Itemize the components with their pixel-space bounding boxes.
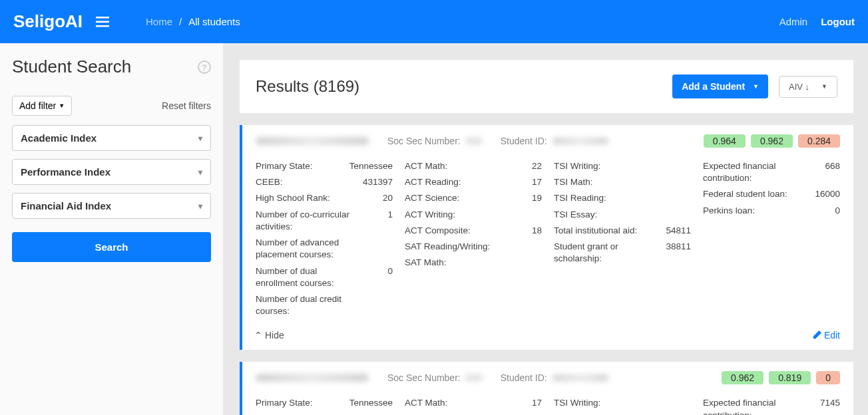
caret-down-icon: ▼ (753, 83, 759, 90)
data-row: ACT Composite:18 (405, 223, 542, 239)
filter-dropdown-1[interactable]: Performance Index▾ (12, 159, 211, 185)
svg-rect-1 (96, 21, 109, 23)
hamburger-icon[interactable] (96, 17, 109, 27)
score-badge: 0.962 (751, 134, 793, 148)
data-row: TSI Writing: (554, 395, 691, 411)
data-row: Number of dual enrollment courses:0 (256, 263, 393, 291)
ssn-redacted (466, 138, 482, 144)
chevron-down-icon: ▾ (198, 168, 202, 177)
ssn-redacted (466, 374, 482, 381)
student-name-redacted (256, 137, 369, 145)
svg-text:?: ? (202, 63, 207, 72)
filter-dropdown-2[interactable]: Financial Aid Index▾ (12, 193, 211, 219)
data-row: Federal student loan:16000 (703, 186, 840, 202)
student-id-redacted (552, 138, 608, 144)
score-badge: 0.284 (798, 134, 840, 148)
breadcrumb-current: All students (188, 16, 240, 27)
hide-link[interactable]: ⌃ Hide (254, 330, 284, 341)
caret-down-icon: ▼ (821, 83, 827, 90)
breadcrumb-home[interactable]: Home (146, 16, 172, 27)
reset-filters-link[interactable]: Reset filters (162, 100, 211, 111)
data-row: ACT Writing: (405, 207, 542, 223)
data-row: ACT Math:17 (405, 395, 542, 411)
caret-down-icon: ▼ (59, 102, 65, 109)
student-id-label: Student ID: (501, 372, 547, 383)
data-row: CEEB:431397 (256, 174, 393, 190)
data-row: High School Rank:20 (256, 190, 393, 206)
data-row: ACT Science:19 (405, 190, 542, 206)
add-student-button[interactable]: Add a Student ▼ (672, 74, 768, 98)
data-row: Primary State:Tennessee (256, 395, 393, 411)
data-row: ACT Reading:17 (405, 174, 542, 190)
score-badge: 0.962 (722, 371, 763, 384)
results-header: Results (8169) Add a Student ▼ AIV ↓ ▼ (240, 60, 853, 113)
data-row: Primary State:Tennessee (256, 158, 393, 174)
score-badge: 0.964 (704, 134, 746, 148)
data-row: TSI Math: (554, 174, 691, 190)
help-icon[interactable]: ? (198, 61, 211, 74)
data-row: SAT Math: (405, 255, 542, 271)
data-row: Number of dual credit courses: (256, 291, 393, 319)
student-id-redacted (552, 374, 608, 381)
student-name-redacted (256, 374, 369, 382)
data-row: Perkins loan:0 (703, 203, 840, 219)
chevron-down-icon: ▾ (198, 134, 202, 143)
results-title: Results (8169) (256, 77, 359, 96)
score-badge: 0.819 (769, 371, 811, 384)
data-row: Number of co-curricular activities:1 (256, 207, 393, 235)
breadcrumb-separator: / (179, 16, 182, 27)
data-row: Number of advanced placement courses: (256, 235, 393, 263)
data-row: TSI Math: (554, 412, 691, 415)
data-row: Expected financial contribution:668 (703, 158, 840, 186)
sidebar: Student Search ? Add filter ▼ Reset filt… (0, 43, 223, 415)
add-filter-button[interactable]: Add filter ▼ (12, 96, 72, 116)
edit-link[interactable]: Edit (812, 330, 840, 341)
data-row: TSI Essay: (554, 207, 691, 223)
data-row: TSI Reading: (554, 190, 691, 206)
data-row: Total institutional aid:54811 (554, 223, 691, 239)
sidebar-title: Student Search (12, 57, 131, 77)
main-content: Results (8169) Add a Student ▼ AIV ↓ ▼ S… (223, 43, 868, 415)
data-row: ACT Reading:27 (405, 412, 542, 415)
sort-select[interactable]: AIV ↓ ▼ (779, 76, 837, 98)
chevron-down-icon: ▾ (198, 202, 202, 211)
search-button[interactable]: Search (12, 232, 211, 262)
ssn-label: Soc Sec Number: (387, 372, 461, 383)
breadcrumb: Home / All students (146, 16, 240, 27)
student-card: Soc Sec Number:Student ID:0.9640.9620.28… (240, 125, 853, 350)
ssn-label: Soc Sec Number: (387, 136, 461, 146)
data-row: ACT Math:22 (405, 158, 542, 174)
admin-link[interactable]: Admin (779, 16, 808, 27)
student-card: Soc Sec Number:Student ID:0.9620.8190Pri… (240, 362, 853, 415)
brand-logo: SeligoAI (13, 11, 83, 32)
logout-link[interactable]: Logout (821, 16, 855, 27)
student-id-label: Student ID: (501, 136, 547, 146)
filter-dropdown-0[interactable]: Academic Index▾ (12, 125, 211, 151)
data-row: SAT Reading/Writing: (405, 239, 542, 255)
pencil-icon (812, 331, 821, 340)
topbar: SeligoAI Home / All students Admin Logou… (0, 0, 868, 43)
score-badge: 0 (816, 371, 840, 384)
data-row: Student grant or scholarship:38811 (554, 239, 691, 267)
collapse-icon: ⌃ (254, 330, 262, 341)
data-row: TSI Writing: (554, 158, 691, 174)
data-row: CEEB:430935 (256, 412, 393, 415)
svg-rect-0 (96, 17, 109, 19)
svg-rect-2 (96, 25, 109, 27)
data-row: Expected financial contribution:7145 (703, 395, 840, 415)
